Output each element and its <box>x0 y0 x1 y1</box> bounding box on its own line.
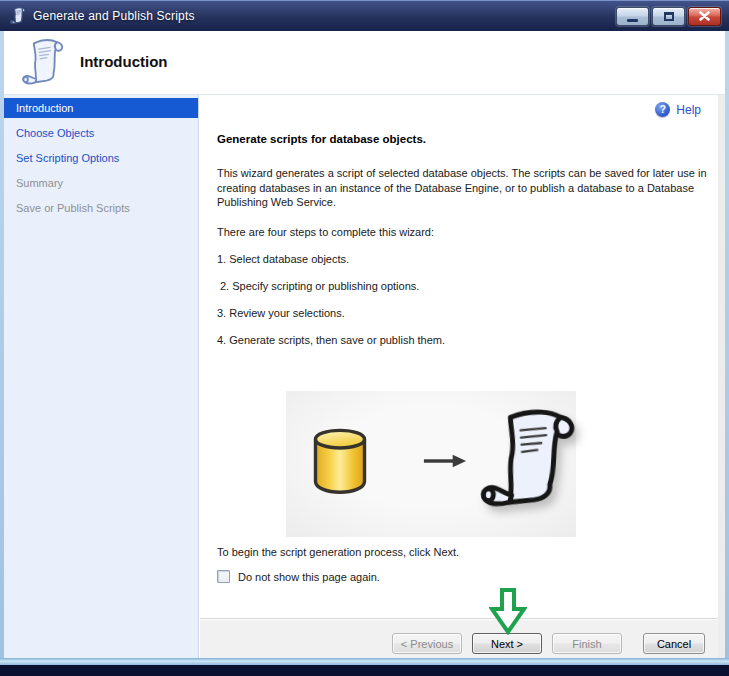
steps-title: There are four steps to complete this wi… <box>217 226 434 238</box>
sidebar-item-summary: Summary <box>4 173 198 193</box>
page-title: Introduction <box>80 53 167 70</box>
script-scroll-icon <box>473 392 580 529</box>
dont-show-row: Do not show this page again. <box>217 570 380 583</box>
database-to-script-illustration <box>286 391 576 537</box>
sidebar-item-choose-objects[interactable]: Choose Objects <box>4 123 198 143</box>
minimize-icon <box>627 19 638 22</box>
sidebar-item-save-or-publish-scripts: Save or Publish Scripts <box>4 198 198 218</box>
help-label: Help <box>676 103 701 117</box>
close-icon <box>699 11 710 21</box>
caption-buttons <box>616 7 723 26</box>
database-icon <box>308 421 372 501</box>
step-item: 3. Review your selections. <box>217 307 345 319</box>
window-title: Generate and Publish Scripts <box>33 9 195 23</box>
previous-button: < Previous <box>392 633 462 654</box>
close-button[interactable] <box>688 7 721 26</box>
window-border-bottom <box>0 658 729 665</box>
finish-button: Finish <box>552 633 622 654</box>
app-scroll-icon <box>9 7 26 25</box>
right-arrow-icon <box>422 453 468 469</box>
next-button[interactable]: Next > <box>472 633 542 654</box>
help-icon: ? <box>655 102 670 117</box>
step-item: 2. Specify scripting or publishing optio… <box>220 280 419 292</box>
sidebar-item-introduction[interactable]: Introduction <box>4 98 198 118</box>
wizard-steps-sidebar: Introduction Choose Objects Set Scriptin… <box>4 95 199 658</box>
titlebar: Generate and Publish Scripts <box>0 0 729 31</box>
content-intro: This wizard generates a script of select… <box>217 166 719 210</box>
minimize-button[interactable] <box>616 7 649 26</box>
window-border-right <box>725 31 729 658</box>
wizard-window: Generate and Publish Scripts Introductio… <box>0 0 729 676</box>
header-scroll-icon <box>19 38 65 88</box>
wizard-header: Introduction <box>4 31 725 95</box>
next-annotation-arrow-icon <box>489 588 527 635</box>
cancel-button[interactable]: Cancel <box>643 633 705 654</box>
step-item: 4. Generate scripts, then save or publis… <box>217 334 445 346</box>
content-right-gutter <box>718 95 725 658</box>
dont-show-label[interactable]: Do not show this page again. <box>238 571 380 583</box>
wizard-footer: < Previous Next > Finish Cancel <box>200 618 725 658</box>
dont-show-checkbox[interactable] <box>217 570 230 583</box>
maximize-button[interactable] <box>652 7 685 26</box>
sidebar-item-set-scripting-options[interactable]: Set Scripting Options <box>4 148 198 168</box>
window-border-bottom-shadow <box>0 665 729 676</box>
begin-note: To begin the script generation process, … <box>217 546 459 558</box>
wizard-page-content: ? Help Generate scripts for database obj… <box>200 95 725 618</box>
maximize-icon <box>664 12 674 21</box>
help-link[interactable]: ? Help <box>655 102 701 117</box>
content-heading: Generate scripts for database objects. <box>217 133 426 145</box>
step-item: 1. Select database objects. <box>217 253 349 265</box>
